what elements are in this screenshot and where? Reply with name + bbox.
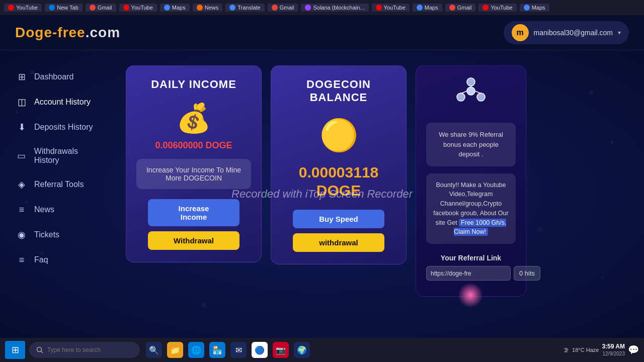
tab-maps-1[interactable]: Maps xyxy=(160,4,190,12)
tab-youtube-1[interactable]: YouTube xyxy=(4,4,42,12)
tab-youtube-2[interactable]: YouTube xyxy=(119,4,157,12)
gmail-tab-icon-1 xyxy=(90,5,96,11)
tab-translate[interactable]: Translate xyxy=(225,4,264,12)
browser-tab-bar: YouTube New Tab Gmail YouTube Maps News … xyxy=(0,0,644,15)
sidebar-item-referral-tools[interactable]: ◈ Referral Tools xyxy=(4,173,117,196)
balance-currency: DOGE xyxy=(316,182,361,199)
sidebar-label-tickets: Tickets xyxy=(34,230,59,239)
maps-tab-icon-3 xyxy=(524,5,530,11)
referral-card: We share 9% Referral bonus each people d… xyxy=(416,65,526,297)
tab-newtab[interactable]: New Tab xyxy=(45,4,83,12)
withdrawal-button-daily[interactable]: Withdrawal xyxy=(148,231,239,250)
start-button[interactable]: ⊞ xyxy=(5,341,25,359)
sidebar-item-account-history[interactable]: ◫ Account History xyxy=(4,90,117,114)
user-dropdown[interactable]: m manibosal30@gmail.com ▾ xyxy=(504,21,629,44)
buy-speed-button[interactable]: Buy Speed xyxy=(293,210,384,228)
logo-text: Doge-free xyxy=(15,25,86,40)
taskbar-store[interactable]: 🏪 xyxy=(209,342,225,358)
referral-network-icon xyxy=(456,76,486,112)
app-logo: Doge-free.com xyxy=(15,25,120,41)
sidebar-item-withdrawals-history[interactable]: ▭ Withdrawals History xyxy=(4,141,117,171)
maps-tab-icon-1 xyxy=(164,5,170,11)
history-icon: ◫ xyxy=(16,97,27,108)
sidebar-label-dashboard: Dashboard xyxy=(34,72,73,81)
tab-maps-2[interactable]: Maps xyxy=(413,4,442,12)
taskbar-right: 🌫 18°C Haze 3:59 AM 12/9/2023 💬 xyxy=(564,342,639,358)
notification-icon[interactable]: 💬 xyxy=(628,344,639,355)
sidebar-label-account-history: Account History xyxy=(34,98,91,107)
youtube-tab-icon-3 xyxy=(376,5,382,11)
tab-news[interactable]: News xyxy=(193,4,223,12)
tab-gmail-2[interactable]: Gmail xyxy=(268,4,298,12)
taskbar-file-explorer[interactable]: 📁 xyxy=(167,342,183,358)
svg-point-1 xyxy=(457,93,465,101)
sidebar-label-faq: Faq xyxy=(34,255,48,264)
logo-com: .com xyxy=(86,25,120,40)
sidebar-item-dashboard[interactable]: ⊞ Dashboard xyxy=(4,65,117,88)
app-wrapper: Doge-free.com m manibosal30@gmail.com ▾ xyxy=(0,15,644,338)
tab-maps-3[interactable]: Maps xyxy=(520,4,549,12)
faq-icon: ≡ xyxy=(16,254,27,265)
user-email: manibosal30@gmail.com xyxy=(534,29,613,37)
balance-number: 0.00003118 xyxy=(299,164,379,180)
gmail-tab-icon-3 xyxy=(449,5,455,11)
tab-youtube-2-label: YouTube xyxy=(131,5,153,11)
taskbar-search-button[interactable]: 🔍 xyxy=(146,342,162,358)
taskbar-search[interactable] xyxy=(29,342,140,358)
sidebar: ⊞ Dashboard ◫ Account History ⬇ Deposits… xyxy=(0,50,121,338)
withdrawal-button-doge[interactable]: withdrawal xyxy=(293,233,384,252)
increase-income-button[interactable]: Increase Income xyxy=(148,199,239,226)
tab-maps-2-label: Maps xyxy=(425,5,438,11)
cards-area: DAILY INCOME 💰 0.00600000 DOGE Increase … xyxy=(121,50,644,338)
solana-tab-icon xyxy=(305,5,311,11)
taskbar-chrome[interactable]: 🔵 xyxy=(252,342,268,358)
sidebar-label-withdrawals-history: Withdrawals History xyxy=(34,147,105,165)
maps-tab-icon-2 xyxy=(417,5,423,11)
tab-translate-label: Translate xyxy=(237,5,260,11)
taskbar-icons: 🔍 📁 🌐 🏪 ✉ 🔵 📷 🌍 xyxy=(146,342,310,358)
hits-badge: 0 hits xyxy=(514,266,540,281)
translate-tab-icon xyxy=(229,5,235,11)
tab-gmail-1-label: Gmail xyxy=(98,5,112,11)
date-display: 12/9/2023 xyxy=(602,350,625,357)
search-icon xyxy=(36,346,43,353)
svg-line-6 xyxy=(475,91,481,94)
taskbar-search-input[interactable] xyxy=(47,346,128,353)
referral-link-input[interactable] xyxy=(426,266,511,281)
tab-youtube-4[interactable]: YouTube xyxy=(478,4,516,12)
tab-gmail-3[interactable]: Gmail xyxy=(445,4,476,12)
referral-icon: ◈ xyxy=(16,179,27,190)
sidebar-label-referral-tools: Referral Tools xyxy=(34,180,84,189)
sidebar-label-news: News xyxy=(34,205,54,214)
deposits-icon: ⬇ xyxy=(16,122,27,133)
sys-tray: 🌫 18°C Haze xyxy=(564,347,599,353)
taskbar-app1[interactable]: 📷 xyxy=(273,342,289,358)
sidebar-item-tickets[interactable]: ◉ Tickets xyxy=(4,223,117,246)
daily-income-card: DAILY INCOME 💰 0.00600000 DOGE Increase … xyxy=(126,65,262,262)
sidebar-item-faq[interactable]: ≡ Faq xyxy=(4,248,117,272)
tab-solana[interactable]: Solana (blockchain... xyxy=(301,4,368,12)
content-area: ⊞ Dashboard ◫ Account History ⬇ Deposits… xyxy=(0,50,644,338)
taskbar-app2[interactable]: 🌍 xyxy=(294,342,310,358)
svg-point-3 xyxy=(467,87,475,95)
youtube-tab-icon-4 xyxy=(482,5,489,11)
youtube-tab-icon xyxy=(8,5,14,11)
tab-gmail-2-label: Gmail xyxy=(280,5,294,11)
bounty-highlight: Free 1000 Gh/s. Claim Now! xyxy=(454,219,506,236)
tab-news-label: News xyxy=(205,5,219,11)
sidebar-item-news[interactable]: ≡ News xyxy=(4,198,117,221)
tab-solana-label: Solana (blockchain... xyxy=(313,5,364,11)
tab-youtube-3[interactable]: YouTube xyxy=(372,4,410,12)
avatar: m xyxy=(512,24,529,41)
bounty-text: Bounty!! Make a Youtube Video,Telegram C… xyxy=(426,173,516,244)
tab-gmail-3-label: Gmail xyxy=(457,5,472,11)
sidebar-item-deposits-history[interactable]: ⬇ Deposits History xyxy=(4,116,117,139)
taskbar-mail[interactable]: ✉ xyxy=(230,342,247,358)
app-header: Doge-free.com m manibosal30@gmail.com ▾ xyxy=(0,15,644,50)
taskbar-edge[interactable]: 🌐 xyxy=(188,342,204,358)
svg-line-8 xyxy=(41,351,43,353)
svg-line-5 xyxy=(461,91,467,94)
tab-gmail-1[interactable]: Gmail xyxy=(86,4,116,12)
svg-point-2 xyxy=(477,93,485,101)
dogecoin-balance-title: DOGECOIN BALANCE xyxy=(281,78,396,104)
